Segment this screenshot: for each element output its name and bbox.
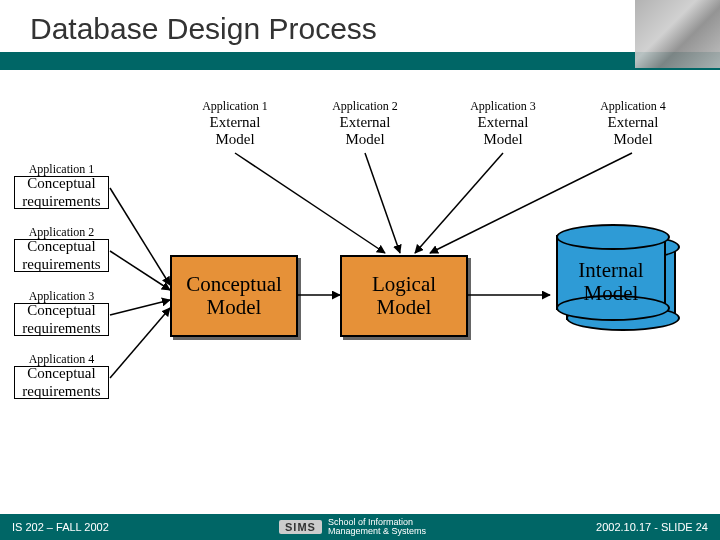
req-box-4: Conceptual requirements (14, 366, 109, 399)
req-box-2: Conceptual requirements (14, 239, 109, 272)
svg-line-7 (365, 153, 400, 253)
svg-line-8 (415, 153, 503, 253)
footer-course: IS 202 – FALL 2002 (12, 521, 109, 533)
sims-badge: SIMS (279, 520, 322, 534)
sims-subtitle: School of Information Management & Syste… (328, 518, 426, 536)
req-box-3: Conceptual requirements (14, 303, 109, 336)
external-model-4: Application 4 External Model (578, 100, 688, 148)
req-box-1: Conceptual requirements (14, 176, 109, 209)
svg-line-6 (235, 153, 385, 253)
page-title: Database Design Process (0, 0, 720, 52)
svg-line-3 (110, 308, 170, 378)
conceptual-model-box: Conceptual Model (170, 255, 298, 337)
external-model-1: Application 1 External Model (180, 100, 290, 148)
svg-line-0 (110, 188, 170, 285)
footer-bar: IS 202 – FALL 2002 SIMS School of Inform… (0, 514, 720, 540)
footer-slide: 2002.10.17 - SLIDE 24 (596, 521, 708, 533)
title-divider (0, 52, 720, 70)
svg-line-2 (110, 300, 170, 315)
logical-model-box: Logical Model (340, 255, 468, 337)
svg-line-1 (110, 251, 170, 290)
header-photo (635, 0, 720, 68)
external-model-2: Application 2 External Model (310, 100, 420, 148)
diagram-canvas: Application 1 External Model Application… (0, 85, 720, 500)
footer-logo: SIMS School of Information Management & … (279, 518, 426, 536)
external-model-3: Application 3 External Model (448, 100, 558, 148)
